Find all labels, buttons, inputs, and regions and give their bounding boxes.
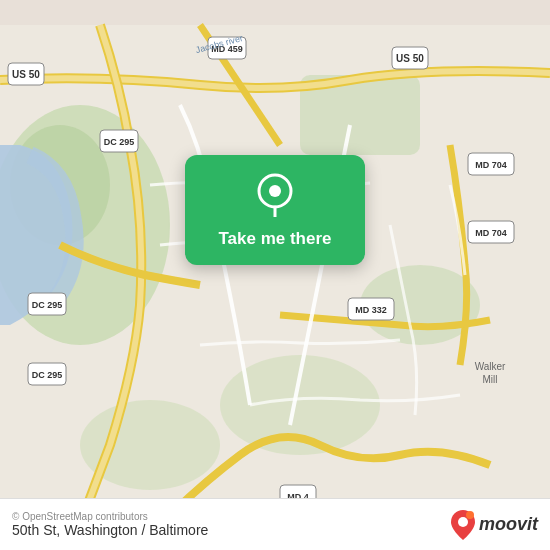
svg-text:Walker: Walker [475,361,506,372]
svg-text:US 50: US 50 [396,53,424,64]
svg-point-33 [458,517,468,527]
svg-text:MD 704: MD 704 [475,228,507,238]
location-label: 50th St, Washington / Baltimore [12,522,208,538]
svg-text:Mill: Mill [483,374,498,385]
svg-text:MD 332: MD 332 [355,305,387,315]
svg-point-31 [269,185,281,197]
map-background: US 50 US 50 MD 459 DC 295 DC 295 DC 295 … [0,0,550,550]
navigation-popup[interactable]: Take me there [185,155,365,265]
svg-text:DC 295: DC 295 [32,370,63,380]
moovit-pin-icon [451,510,475,540]
map-pin-icon [257,173,293,221]
svg-text:DC 295: DC 295 [32,300,63,310]
take-me-there-label: Take me there [218,229,331,249]
map-container: US 50 US 50 MD 459 DC 295 DC 295 DC 295 … [0,0,550,550]
svg-text:US 50: US 50 [12,69,40,80]
svg-point-34 [466,511,474,519]
bottom-bar: © OpenStreetMap contributors 50th St, Wa… [0,498,550,550]
location-info: © OpenStreetMap contributors 50th St, Wa… [12,511,208,538]
moovit-logo: moovit [451,510,538,540]
svg-text:DC 295: DC 295 [104,137,135,147]
map-attribution: © OpenStreetMap contributors [12,511,208,522]
moovit-brand-text: moovit [479,514,538,535]
svg-text:MD 704: MD 704 [475,160,507,170]
